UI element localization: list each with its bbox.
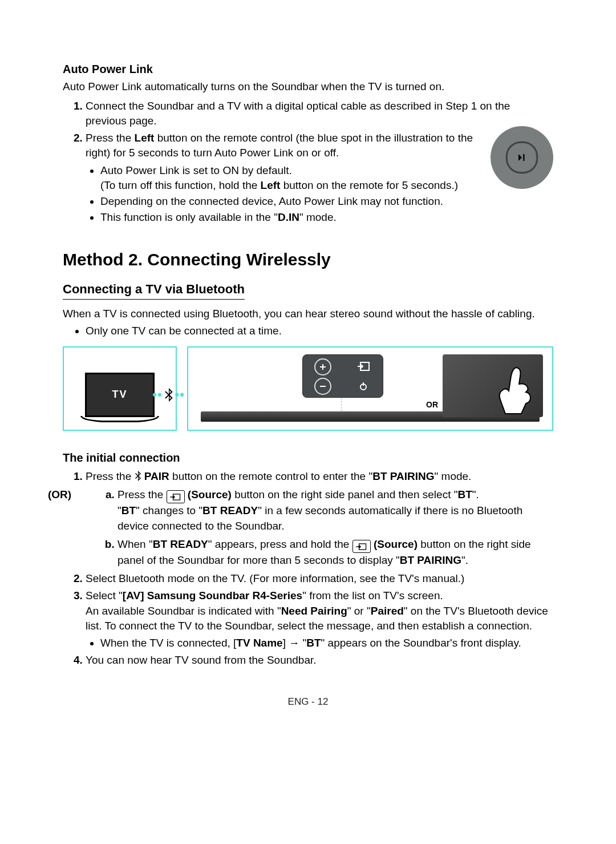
bluetooth-icon [135,470,141,485]
initial-step-b: When "BT READY" appears, press and hold … [117,537,553,568]
step3-bullet: When the TV is connected, [TV Name] → "B… [100,636,553,651]
method-2-heading: Method 2. Connecting Wirelessly [63,250,553,269]
apl-step-1: Connect the Soundbar and a TV with a dig… [86,99,553,128]
initial-step-2: Select Bluetooth mode on the TV. (For mo… [86,571,553,586]
bluetooth-notes: Only one TV can be connected at a time. [63,324,553,338]
initial-step-4: You can now hear TV sound from the Sound… [86,653,553,668]
power-icon [356,379,371,394]
bluetooth-figure: TV •• •• OR [63,346,553,431]
initial-steps: Press the PAIR button on the remote cont… [63,469,553,668]
bluetooth-signal-icon: •• •• [152,388,185,402]
apl-bullet-b: Depending on the connected device, Auto … [100,194,553,209]
play-pause-icon [517,152,527,163]
remote-play-pause-button [506,142,537,173]
apl-steps: Connect the Soundbar and a TV with a dig… [63,99,553,225]
figure-tv: TV •• •• [63,346,177,431]
initial-step-a: Press the (Source) button on the right s… [117,487,553,533]
bluetooth-icon [164,388,173,402]
volume-down-icon [314,378,331,395]
hand-icon [483,359,540,416]
or-inline-label: (OR) [48,487,71,502]
figure-soundbar: OR [187,346,553,431]
tv-label: TV [112,389,127,401]
manual-page: Auto Power Link Auto Power Link automati… [0,0,616,742]
apl-bullet-a: Auto Power Link is set to ON by default.… [100,163,553,193]
initial-step-3: Select "[AV] Samsung Soundbar R4-Series"… [86,588,553,651]
apl-intro: Auto Power Link automatically turns on t… [63,79,553,94]
soundbar-side-panel [302,354,383,398]
apl-step-2: Press the Left button on the remote cont… [86,131,553,225]
apl-bullets: Auto Power Link is set to ON by default.… [86,163,553,225]
initial-step-1: Press the PAIR button on the remote cont… [86,469,553,568]
connecting-bluetooth-heading: Connecting a TV via Bluetooth [63,282,245,300]
step3-bullets: When the TV is connected, [TV Name] → "B… [86,636,553,651]
apl-bullet-c: This function is only available in the "… [100,210,553,225]
initial-connection-heading: The initial connection [63,451,553,465]
bt-note-1: Only one TV can be connected at a time. [86,324,553,338]
source-icon [356,360,371,374]
remote-illustration [491,126,553,189]
finger-press-illustration [443,354,543,417]
initial-substeps: (OR) Press the (Source) button on the ri… [86,487,553,568]
volume-up-icon [314,358,331,375]
source-button-icon [352,540,371,553]
auto-power-link-heading: Auto Power Link [63,63,553,76]
source-button-icon [167,490,185,503]
or-label: OR [426,400,438,409]
apl-step-1-text: Connect the Soundbar and a TV with a dig… [86,100,510,127]
bluetooth-intro: When a TV is connected using Bluetooth, … [63,306,553,321]
tv-icon: TV •• •• [85,373,155,417]
page-number: ENG - 12 [63,696,553,708]
